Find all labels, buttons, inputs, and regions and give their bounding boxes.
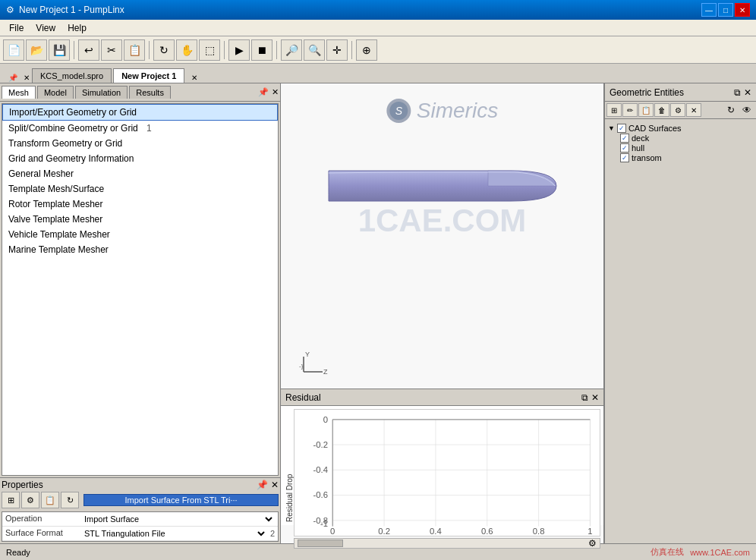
scroll-icon: ⚙ [588, 538, 597, 549]
viewport-content[interactable]: S Simerics [281, 83, 603, 389]
sub-tab-model[interactable]: Model [37, 86, 74, 99]
right-tb-close[interactable]: ✕ [686, 103, 701, 117]
props-active-button[interactable]: Import Surface From STL Tri··· [83, 494, 279, 506]
props-tb-btn3[interactable]: 📋 [41, 492, 59, 508]
menu-file[interactable]: File [3, 21, 30, 35]
checkbox-cad-surfaces[interactable]: ✓ [617, 124, 626, 133]
menu-help[interactable]: Help [61, 21, 93, 35]
mesh-item-import-export[interactable]: Import/Export Geometry or Grid [2, 104, 278, 121]
checkbox-deck[interactable]: ✓ [620, 134, 629, 143]
props-tb-btn4[interactable]: ↻ [61, 492, 79, 508]
sub-tab-simulation[interactable]: Simulation [75, 86, 128, 99]
svg-text:Z: Z [323, 368, 328, 376]
tb-copy[interactable]: 📋 [124, 39, 145, 61]
tab-new-project[interactable]: New Project 1 [113, 68, 184, 83]
scroll-thumb[interactable] [298, 540, 343, 547]
residual-controls: ⧉ ✕ [581, 392, 599, 403]
tb-zoom-in[interactable]: 🔎 [281, 39, 302, 61]
panel-close-icon[interactable]: ✕ [272, 87, 279, 97]
tb-pan[interactable]: ✋ [176, 39, 197, 61]
tb-play[interactable]: ▶ [228, 39, 250, 61]
mesh-menu: Import/Export Geometry or Grid Split/Com… [2, 103, 279, 476]
props-tb-btn2[interactable]: ⚙ [21, 492, 39, 508]
right-close-icon[interactable]: ✕ [744, 87, 751, 98]
right-panel-title: Geometric Entities [610, 87, 684, 98]
tree-leaf-transom[interactable]: ✓ transom [620, 153, 753, 162]
right-tb-edit[interactable]: ✏ [622, 103, 638, 117]
residual-restore-icon[interactable]: ⧉ [581, 392, 588, 403]
props-label-operation: Operation [5, 514, 81, 524]
mesh-item-general[interactable]: General Mesher [2, 166, 278, 181]
tree-leaf-hull[interactable]: ✓ hull [620, 143, 753, 153]
tab-kcs-model[interactable]: KCS_model.spro [32, 68, 112, 83]
tab-bar: 📌 ✕ KCS_model.spro New Project 1 ✕ [0, 64, 756, 83]
mesh-item-valve[interactable]: Valve Template Mesher [2, 212, 278, 227]
right-tb-copy[interactable]: 📋 [638, 103, 654, 117]
tab-group: KCS_model.spro New Project 1 [32, 68, 186, 83]
svg-text:1: 1 [587, 527, 592, 536]
right-tb-settings[interactable]: ⚙ [670, 103, 685, 117]
residual-close-icon[interactable]: ✕ [591, 392, 599, 403]
tb-new[interactable]: 📄 [3, 39, 24, 61]
props-header: Properties 📌 ✕ [2, 480, 279, 490]
props-value-operation[interactable]: Import Surface Export Surface [81, 514, 275, 524]
right-restore-icon[interactable]: ⧉ [734, 87, 741, 98]
props-tb-btn1[interactable]: ⊞ [2, 492, 20, 508]
title-text: ⚙ New Project 1 - PumpLinx [6, 5, 124, 15]
svg-text:-0.6: -0.6 [313, 490, 327, 499]
props-toolbar: ⊞ ⚙ 📋 ↻ Import Surface From STL Tri··· [2, 492, 279, 508]
mesh-item-info[interactable]: Grid and Geometry Information [2, 151, 278, 166]
mesh-item-vehicle[interactable]: Vehicle Template Mesher [2, 227, 278, 242]
svg-text:0: 0 [330, 527, 335, 536]
mesh-item-transform[interactable]: Transform Geometry or Grid [2, 136, 278, 151]
right-tb-delete[interactable]: 🗑 [654, 103, 669, 117]
mesh-item-rotor[interactable]: Rotor Template Mesher [2, 197, 278, 212]
simerics-logo: S [386, 99, 411, 123]
left-panel: Mesh Model Simulation Results 📌 ✕ Import… [0, 83, 281, 543]
tree-leaf-deck[interactable]: ✓ deck [620, 134, 753, 143]
tb-open[interactable]: 📂 [26, 39, 47, 61]
tree-branch-cad-surfaces[interactable]: ▼ ✓ CAD Surfaces [608, 124, 753, 133]
minimize-button[interactable]: — [701, 3, 717, 17]
mesh-item-template[interactable]: Template Mesh/Surface [2, 181, 278, 197]
sub-tab-bar: Mesh Model Simulation Results 📌 ✕ [0, 83, 280, 102]
right-panel-toolbar: ⊞ ✏ 📋 🗑 ⚙ ✕ ↻ 👁 [605, 102, 756, 119]
tb-cut[interactable]: ✂ [101, 39, 122, 61]
mesh-item-split-combine[interactable]: Split/Combine Geometry or Grid 1 [2, 121, 278, 136]
panel-pin-icon[interactable]: 📌 [258, 87, 269, 97]
watermark-url: www.1CAE.com [690, 548, 750, 557]
right-tb-view[interactable]: 👁 [739, 103, 754, 117]
sub-tab-results[interactable]: Results [129, 86, 171, 99]
surface-format-select[interactable]: STL Triangulation File [81, 528, 267, 539]
tb-save[interactable]: 💾 [49, 39, 70, 61]
menu-bar: File View Help [0, 20, 756, 36]
tb-zoom-out[interactable]: 🔍 [304, 39, 325, 61]
props-close-icon[interactable]: ✕ [271, 480, 279, 490]
operation-select[interactable]: Import Surface Export Surface [81, 514, 275, 524]
maximize-button[interactable]: □ [718, 3, 733, 17]
tab-close-right[interactable]: ✕ [189, 73, 200, 83]
tb-stop[interactable]: ⏹ [251, 39, 272, 61]
close-button[interactable]: ✕ [735, 3, 750, 17]
tb-rotate[interactable]: ↻ [153, 39, 175, 61]
tree-arrow-cad: ▼ [608, 124, 615, 132]
chart-scrollbar[interactable]: ⚙ [294, 538, 600, 549]
tb-move[interactable]: ⊕ [356, 39, 377, 61]
sub-tab-mesh[interactable]: Mesh [2, 86, 36, 99]
tab-pin-icon[interactable]: 📌 [6, 73, 20, 83]
tb-undo[interactable]: ↩ [78, 39, 99, 61]
right-tb-refresh[interactable]: ↻ [723, 103, 739, 117]
right-tb-add[interactable]: ⊞ [606, 103, 622, 117]
checkbox-hull[interactable]: ✓ [620, 143, 629, 153]
tb-zoom-box[interactable]: ⬚ [199, 39, 220, 61]
svg-text:-}: -} [299, 363, 304, 370]
props-pin-icon[interactable]: 📌 [257, 480, 268, 490]
simerics-text: Simerics [417, 99, 498, 123]
residual-panel: Residual ⧉ ✕ Residual Drop [281, 389, 603, 525]
tab-close-left[interactable]: ✕ [21, 73, 32, 83]
menu-view[interactable]: View [30, 21, 61, 35]
checkbox-transom[interactable]: ✓ [620, 153, 629, 162]
tb-add[interactable]: ✛ [326, 39, 348, 61]
props-value-surface-format[interactable]: STL Triangulation File 2 [81, 528, 275, 539]
mesh-item-marine[interactable]: Marine Template Mesher [2, 242, 278, 257]
